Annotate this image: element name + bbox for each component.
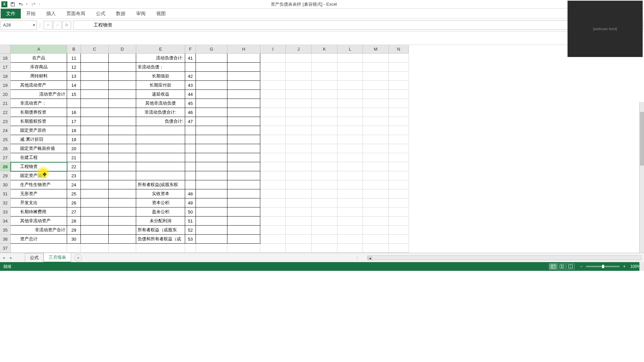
cell-D30[interactable] [109, 180, 136, 189]
cell-M26[interactable] [363, 144, 389, 153]
cell-B36[interactable]: 30 [67, 235, 81, 244]
cell-E37[interactable] [136, 244, 185, 253]
cell-N16[interactable] [389, 54, 409, 63]
cell-I29[interactable] [260, 171, 286, 180]
cell-J25[interactable] [286, 135, 312, 144]
cell-H32[interactable] [227, 198, 260, 207]
cell-C33[interactable] [81, 207, 109, 217]
cell-N25[interactable] [389, 135, 409, 144]
cell-G16[interactable] [196, 54, 227, 63]
cell-K23[interactable] [312, 117, 337, 126]
cell-G25[interactable] [196, 135, 227, 144]
cell-B22[interactable]: 16 [67, 108, 81, 117]
column-header-C[interactable]: C [81, 45, 109, 54]
cell-B27[interactable]: 21 [67, 153, 81, 162]
cell-G26[interactable] [196, 144, 227, 153]
cell-N20[interactable] [389, 90, 409, 99]
tab-page-layout[interactable]: 页面布局 [61, 9, 91, 18]
cell-N19[interactable] [389, 81, 409, 90]
cell-A26[interactable]: 固定资产账面价值 [11, 144, 67, 153]
cell-D33[interactable] [109, 207, 136, 217]
cell-M32[interactable] [363, 198, 389, 207]
cell-A31[interactable]: 无形资产 [11, 189, 67, 198]
cell-F32[interactable]: 49 [185, 198, 196, 207]
row-header-18[interactable]: 18 [0, 72, 11, 81]
cell-M24[interactable] [363, 126, 389, 135]
cell-L35[interactable] [337, 226, 363, 235]
cell-J29[interactable] [286, 171, 312, 180]
cell-L37[interactable] [337, 244, 363, 253]
cell-I27[interactable] [260, 153, 286, 162]
cell-A23[interactable]: 长期股权投资 [11, 117, 67, 126]
cell-E25[interactable] [136, 135, 185, 144]
cell-B28[interactable]: 22 [67, 162, 81, 171]
insert-function-button[interactable]: fx [62, 21, 71, 29]
cell-A25[interactable]: 减:累计折旧 [11, 135, 67, 144]
cell-D34[interactable] [109, 217, 136, 226]
column-header-I[interactable]: I [260, 45, 286, 54]
cell-B25[interactable]: 19 [67, 135, 81, 144]
cell-M35[interactable] [363, 226, 389, 235]
cell-B24[interactable]: 18 [67, 126, 81, 135]
cell-K33[interactable] [312, 207, 337, 217]
cell-C25[interactable] [81, 135, 109, 144]
undo-dropdown-icon[interactable]: ▼ [25, 3, 28, 6]
cell-K18[interactable] [312, 72, 337, 81]
column-header-E[interactable]: E [136, 45, 185, 54]
cell-C37[interactable] [81, 244, 109, 253]
view-page-layout-button[interactable] [558, 263, 566, 269]
row-header-31[interactable]: 31 [0, 189, 11, 198]
row-header-16[interactable]: 16 [0, 54, 11, 63]
cell-I31[interactable] [260, 189, 286, 198]
cell-N35[interactable] [389, 226, 409, 235]
cell-N21[interactable] [389, 99, 409, 108]
cell-M28[interactable] [363, 162, 389, 171]
cell-I37[interactable] [260, 244, 286, 253]
cell-B29[interactable]: 23 [67, 171, 81, 180]
cell-A24[interactable]: 固定资产原价 [11, 126, 67, 135]
vertical-scrollbar[interactable] [639, 102, 644, 271]
cell-G37[interactable] [196, 244, 227, 253]
cell-J36[interactable] [286, 235, 312, 244]
cell-M37[interactable] [363, 244, 389, 253]
cell-G30[interactable] [196, 180, 227, 189]
cell-E29[interactable] [136, 171, 185, 180]
cell-B23[interactable]: 17 [67, 117, 81, 126]
cell-A20[interactable]: 流动资产合计 [11, 90, 67, 99]
cell-D35[interactable] [109, 226, 136, 235]
cell-B35[interactable]: 29 [67, 226, 81, 235]
zoom-in-button[interactable]: + [622, 264, 627, 269]
cell-N29[interactable] [389, 171, 409, 180]
cell-N37[interactable] [389, 244, 409, 253]
cell-F16[interactable]: 41 [185, 54, 196, 63]
row-header-34[interactable]: 34 [0, 217, 11, 226]
cell-M23[interactable] [363, 117, 389, 126]
row-header-28[interactable]: 28 [0, 162, 11, 171]
cell-H28[interactable] [227, 162, 260, 171]
cell-E17[interactable]: 非流动负债： [136, 63, 185, 72]
cell-M36[interactable] [363, 235, 389, 244]
cell-H16[interactable] [227, 54, 260, 63]
cell-L18[interactable] [337, 72, 363, 81]
cell-I19[interactable] [260, 81, 286, 90]
cell-N26[interactable] [389, 144, 409, 153]
cell-K28[interactable] [312, 162, 337, 171]
cell-C28[interactable] [81, 162, 109, 171]
cell-H21[interactable] [227, 99, 260, 108]
cell-M27[interactable] [363, 153, 389, 162]
add-sheet-button[interactable]: + [74, 254, 82, 261]
formula-input[interactable]: 工程物资 [73, 20, 643, 30]
cell-I28[interactable] [260, 162, 286, 171]
cell-E33[interactable]: 盈余公积 [136, 207, 185, 217]
cell-C19[interactable] [81, 81, 109, 90]
cell-C27[interactable] [81, 153, 109, 162]
cell-K35[interactable] [312, 226, 337, 235]
cell-A37[interactable] [11, 244, 67, 253]
cell-A30[interactable]: 生产性生物资产 [11, 180, 67, 189]
cell-D28[interactable] [109, 162, 136, 171]
cell-D19[interactable] [109, 81, 136, 90]
cell-D31[interactable] [109, 189, 136, 198]
cell-K36[interactable] [312, 235, 337, 244]
cell-E22[interactable]: 非流动负债合计: [136, 108, 185, 117]
cell-N36[interactable] [389, 235, 409, 244]
